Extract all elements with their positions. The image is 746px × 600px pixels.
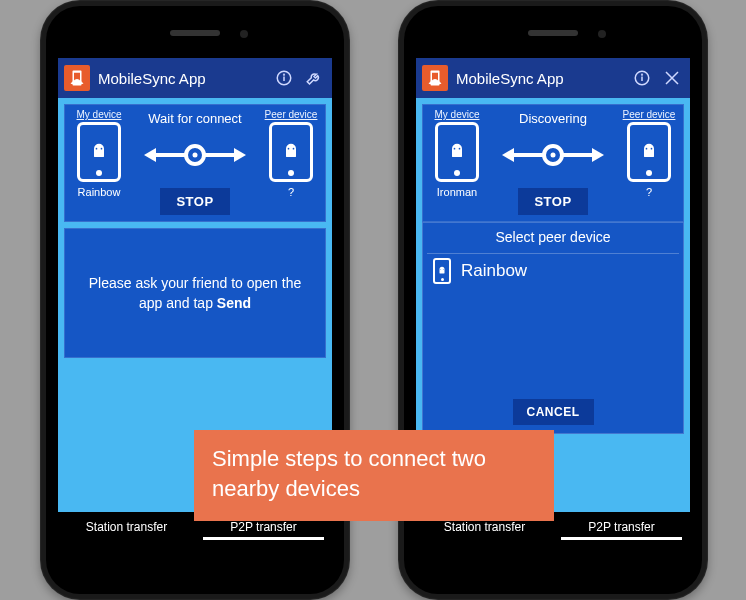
svg-marker-15 [592, 148, 604, 162]
peer-device-column: Peer device ? [263, 109, 319, 198]
peer-name: Rainbow [461, 261, 527, 281]
sync-arrows-icon [140, 141, 250, 173]
phone-speaker [528, 30, 578, 36]
svg-point-2 [284, 74, 285, 75]
instruction-text: Please ask your friend to open the app a… [89, 275, 301, 311]
peer-device-name: ? [263, 186, 319, 198]
app-title: MobileSync App [98, 70, 266, 87]
action-bar: MobileSync App [416, 58, 690, 98]
stop-button[interactable]: STOP [518, 188, 587, 215]
connect-panel: My device Rainbow Wait for connect [64, 104, 326, 222]
overlay-banner: Simple steps to connect two nearby devic… [194, 430, 554, 521]
sync-arrows-icon [498, 141, 608, 173]
svg-marker-6 [234, 148, 246, 162]
peer-device-link[interactable]: Peer device [621, 109, 677, 120]
peer-device-name: ? [621, 186, 677, 198]
app-logo-icon [64, 65, 90, 91]
phone-speaker [170, 30, 220, 36]
my-device-column: My device Rainbow [71, 109, 127, 198]
device-icon [433, 258, 451, 284]
svg-point-11 [642, 74, 643, 75]
wrench-icon[interactable] [302, 66, 326, 90]
peer-list-item[interactable]: Rainbow [427, 253, 679, 288]
connect-center: Discovering STOP [489, 111, 617, 215]
peer-device-icon [269, 122, 313, 182]
connect-status: Discovering [519, 111, 587, 126]
select-peer-dialog: Select peer device Rainbow CANCEL [422, 222, 684, 434]
svg-marker-4 [144, 148, 156, 162]
svg-point-8 [193, 153, 198, 158]
dialog-title: Select peer device [423, 223, 683, 253]
connect-center: Wait for connect STOP [131, 111, 259, 215]
peer-list: Rainbow [423, 253, 683, 399]
info-icon[interactable] [630, 66, 654, 90]
tab-p2p-transfer[interactable]: P2P transfer [553, 512, 690, 542]
my-device-link[interactable]: My device [429, 109, 485, 120]
app-title: MobileSync App [456, 70, 624, 87]
phone-sensor [598, 30, 606, 38]
peer-device-link[interactable]: Peer device [263, 109, 319, 120]
my-device-icon [435, 122, 479, 182]
info-icon[interactable] [272, 66, 296, 90]
stop-button[interactable]: STOP [160, 188, 229, 215]
peer-device-column: Peer device ? [621, 109, 677, 198]
instruction-bold: Send [217, 295, 251, 311]
my-device-icon [77, 122, 121, 182]
connect-panel: My device Ironman Discovering [422, 104, 684, 222]
instruction-panel: Please ask your friend to open the app a… [64, 228, 326, 358]
my-device-column: My device Ironman [429, 109, 485, 198]
connect-status: Wait for connect [148, 111, 241, 126]
phone-sensor [240, 30, 248, 38]
my-device-link[interactable]: My device [71, 109, 127, 120]
tab-station-transfer[interactable]: Station transfer [58, 512, 195, 542]
action-bar: MobileSync App [58, 58, 332, 98]
peer-device-icon [627, 122, 671, 182]
svg-point-17 [551, 153, 556, 158]
my-device-name: Ironman [429, 186, 485, 198]
svg-marker-13 [502, 148, 514, 162]
cancel-button[interactable]: CANCEL [513, 399, 594, 425]
my-device-name: Rainbow [71, 186, 127, 198]
app-logo-icon [422, 65, 448, 91]
tools-icon[interactable] [660, 66, 684, 90]
